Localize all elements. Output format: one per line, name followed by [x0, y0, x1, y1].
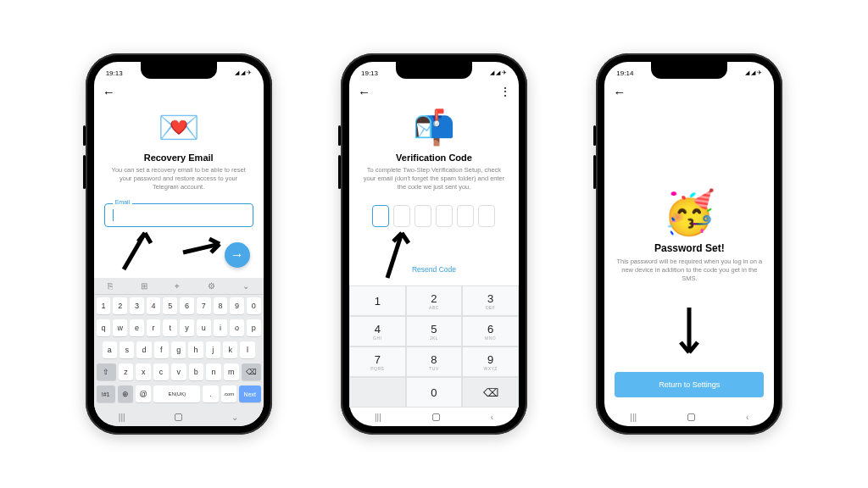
key-j[interactable]: j [206, 341, 220, 358]
numkey-8[interactable]: 8TUV [406, 347, 463, 377]
android-navbar: ||| ‹ [349, 408, 519, 426]
key-f[interactable]: f [154, 341, 169, 358]
key-i[interactable]: i [214, 319, 228, 336]
key-y[interactable]: y [180, 319, 194, 336]
status-time: 19:13 [361, 69, 378, 77]
email-field[interactable] [104, 203, 253, 227]
key-5[interactable]: 5 [163, 297, 177, 314]
back-icon[interactable]: ← [103, 86, 115, 98]
mic-icon[interactable]: ⌖ [175, 281, 180, 291]
phone-verification-code: 19:13 ◢ ◢ ✈ ← ⋮ 📬 Verification Code To c… [341, 53, 527, 435]
key-w[interactable]: w [113, 319, 127, 336]
screen-description: This password will be required when you … [615, 258, 764, 283]
code-digit-3[interactable] [415, 205, 431, 227]
key-2[interactable]: 2 [113, 297, 127, 314]
menu-dots-icon[interactable]: ⋮ [499, 86, 510, 97]
key-r[interactable]: r [147, 319, 161, 336]
key-n[interactable]: n [206, 363, 221, 380]
key-next[interactable]: Next [239, 385, 261, 402]
key-space[interactable]: EN(UK) [153, 385, 200, 402]
numkey-6[interactable]: 6MNO [462, 316, 519, 347]
key-q[interactable]: q [97, 319, 111, 336]
key-s[interactable]: s [120, 341, 134, 358]
nav-recent-icon[interactable]: ||| [630, 413, 637, 422]
key-v[interactable]: v [171, 363, 186, 380]
numkey-4[interactable]: 4GHI [349, 316, 406, 347]
key-dot[interactable]: . [203, 385, 218, 402]
key-u[interactable]: u [197, 319, 211, 336]
code-digit-6[interactable] [478, 205, 495, 227]
key-backspace[interactable]: ⌫ [242, 363, 261, 380]
status-icons: ◢ ◢ ✈ [235, 69, 252, 76]
code-digit-4[interactable] [436, 205, 453, 227]
key-7[interactable]: 7 [197, 297, 211, 314]
key-p[interactable]: p [247, 319, 261, 336]
numkey-blank [349, 377, 406, 408]
screen-description: To complete Two-Step Verification Setup,… [359, 166, 509, 191]
key-symbols[interactable]: !#1 [97, 385, 115, 402]
key-9[interactable]: 9 [230, 297, 244, 314]
return-to-settings-button[interactable]: Return to Settings [615, 372, 764, 397]
key-0[interactable]: 0 [247, 297, 261, 314]
key-k[interactable]: k [223, 341, 237, 358]
numkey-7[interactable]: 7PQRS [349, 347, 406, 377]
key-g[interactable]: g [171, 341, 186, 358]
screen-title: Verification Code [359, 152, 509, 163]
code-digit-1[interactable] [372, 205, 389, 227]
key-b[interactable]: b [189, 363, 204, 380]
key-e[interactable]: e [130, 319, 144, 336]
key-d[interactable]: d [136, 341, 151, 358]
gif-icon[interactable]: ⊞ [141, 281, 147, 291]
key-c[interactable]: c [153, 363, 169, 380]
key-x[interactable]: x [136, 363, 151, 380]
key-1[interactable]: 1 [97, 297, 111, 314]
screen-title: Password Set! [654, 242, 725, 254]
next-button[interactable]: → [225, 242, 250, 268]
key-z[interactable]: z [119, 363, 134, 380]
nav-down-icon[interactable]: ⌄ [231, 413, 238, 422]
nav-back-icon[interactable]: ‹ [746, 413, 748, 422]
key-8[interactable]: 8 [214, 297, 228, 314]
resend-code-link[interactable]: Resend Code [359, 265, 509, 274]
numkey-9[interactable]: 9WXYZ [462, 347, 519, 377]
nav-home-icon[interactable] [687, 413, 695, 421]
party-face-icon: 🥳 [663, 188, 715, 237]
key-a[interactable]: a [103, 341, 117, 358]
key-6[interactable]: 6 [180, 297, 194, 314]
soft-keyboard: ⎘ ⊞ ⌖ ⚙ ⌄ 1 2 3 4 5 6 7 8 9 0 q w e [94, 278, 264, 426]
nav-home-icon[interactable] [175, 413, 182, 421]
screen-title: Recovery Email [104, 152, 253, 163]
key-3[interactable]: 3 [130, 297, 144, 314]
numkey-backspace[interactable]: ⌫ [462, 377, 519, 408]
status-icons: ◢ ◢ ✈ [745, 69, 762, 76]
clipboard-icon[interactable]: ⎘ [108, 281, 113, 291]
numkey-2[interactable]: 2ABC [406, 286, 463, 316]
back-icon[interactable]: ← [358, 86, 370, 98]
key-at[interactable]: @ [136, 385, 151, 402]
code-digit-5[interactable] [457, 205, 474, 227]
key-t[interactable]: t [163, 319, 177, 336]
code-digit-2[interactable] [393, 205, 410, 227]
key-4[interactable]: 4 [147, 297, 161, 314]
key-o[interactable]: o [230, 319, 244, 336]
key-h[interactable]: h [188, 341, 203, 358]
key-l[interactable]: l [240, 341, 254, 358]
settings-icon[interactable]: ⚙ [208, 281, 215, 291]
phone-recovery-email: 19:13 ◢ ◢ ✈ ← 💌 Recovery Email You can s… [86, 53, 272, 435]
numkey-5[interactable]: 5JKL [406, 316, 463, 347]
collapse-icon[interactable]: ⌄ [242, 281, 249, 291]
numkey-0[interactable]: 0 [406, 377, 463, 408]
key-m[interactable]: m [224, 363, 239, 380]
nav-back-icon[interactable]: ‹ [491, 413, 493, 422]
nav-recent-icon[interactable]: ||| [375, 413, 381, 422]
phone-notch [141, 62, 217, 79]
key-shift[interactable]: ⇧ [97, 363, 116, 380]
back-icon[interactable]: ← [613, 86, 626, 98]
numeric-keypad: 1 2ABC 3DEF 4GHI 5JKL 6MNO 7PQRS 8TUV 9W… [349, 286, 519, 408]
numkey-3[interactable]: 3DEF [462, 286, 519, 316]
nav-home-icon[interactable] [432, 413, 440, 421]
key-com[interactable]: .com [221, 385, 236, 402]
nav-recent-icon[interactable]: ||| [119, 413, 125, 422]
key-globe[interactable]: ⊕ [118, 385, 133, 402]
numkey-1[interactable]: 1 [349, 286, 406, 316]
